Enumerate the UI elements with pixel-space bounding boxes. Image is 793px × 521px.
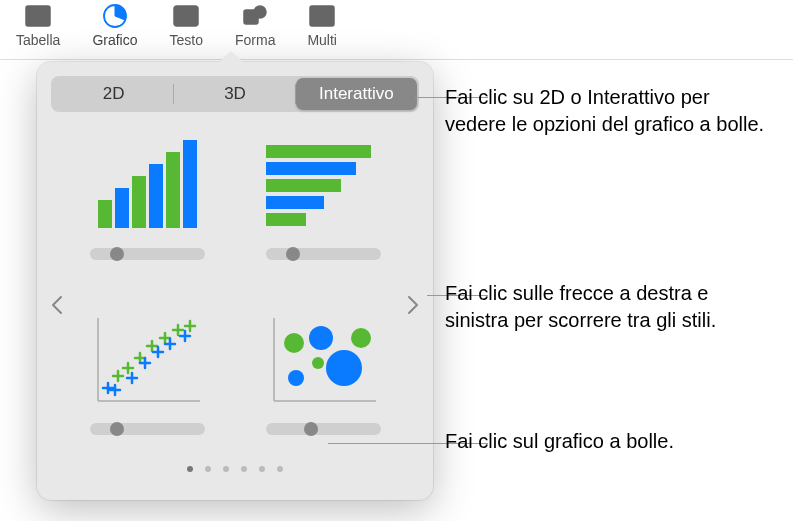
toolbar-label: Testo — [170, 32, 203, 48]
chart-styles-area — [51, 130, 419, 480]
callout-bubble: Fai clic sul grafico a bolle. — [445, 428, 674, 455]
svg-point-9 — [254, 6, 266, 18]
page-dot — [277, 466, 283, 472]
scatter-chart-icon — [82, 305, 212, 415]
segment-3d[interactable]: 3D — [174, 78, 295, 110]
toolbar-item-forma[interactable]: Forma — [219, 2, 291, 48]
chart-option-bar[interactable] — [255, 130, 391, 285]
next-style-arrow[interactable] — [401, 285, 425, 325]
callout-arrows: Fai clic sulle frecce a destra e sinistr… — [445, 280, 775, 334]
svg-rect-0 — [26, 6, 50, 26]
svg-rect-11 — [98, 200, 112, 228]
chart-slider[interactable] — [266, 423, 381, 435]
prev-style-arrow[interactable] — [45, 285, 69, 325]
page-dot — [223, 466, 229, 472]
svg-rect-12 — [115, 188, 129, 228]
svg-rect-10 — [310, 6, 334, 26]
svg-point-57 — [309, 326, 333, 350]
chart-chooser-popover: 2D 3D Interattivo — [37, 62, 433, 500]
chart-slider[interactable] — [266, 248, 381, 260]
svg-rect-19 — [266, 179, 341, 192]
slider-knob — [110, 422, 124, 436]
svg-point-58 — [326, 350, 362, 386]
slider-knob — [110, 247, 124, 261]
svg-rect-17 — [266, 145, 371, 158]
page-indicator[interactable] — [51, 466, 419, 472]
page-dot — [187, 466, 193, 472]
bar-chart-icon — [258, 130, 388, 240]
chart-style-grid — [79, 130, 391, 460]
table-icon — [24, 2, 52, 30]
page-dot — [259, 466, 265, 472]
svg-rect-20 — [266, 196, 324, 209]
chart-option-bubble[interactable] — [255, 305, 391, 460]
slider-knob — [304, 422, 318, 436]
toolbar-label: Multi — [307, 32, 337, 48]
toolbar-item-tabella[interactable]: Tabella — [0, 2, 76, 48]
svg-point-55 — [288, 370, 304, 386]
column-chart-icon — [82, 130, 212, 240]
main-toolbar: Tabella Grafico T Testo Forma Multi — [0, 0, 793, 60]
segment-label: 3D — [224, 84, 246, 104]
text-icon: T — [172, 2, 200, 30]
segment-label: Interattivo — [319, 84, 394, 104]
media-icon — [308, 2, 336, 30]
bubble-chart-icon — [258, 305, 388, 415]
toolbar-label: Forma — [235, 32, 275, 48]
slider-knob — [286, 247, 300, 261]
page-dot — [205, 466, 211, 472]
chart-option-scatter[interactable] — [79, 305, 215, 460]
chart-option-column[interactable] — [79, 130, 215, 285]
callout-segments: Fai clic su 2D o Interattivo per vedere … — [445, 84, 775, 138]
segment-interattivo[interactable]: Interattivo — [296, 78, 417, 110]
svg-rect-21 — [266, 213, 306, 226]
svg-point-56 — [312, 357, 324, 369]
svg-rect-14 — [149, 164, 163, 228]
svg-rect-18 — [266, 162, 356, 175]
chart-type-segmented-control: 2D 3D Interattivo — [51, 76, 419, 112]
svg-point-54 — [284, 333, 304, 353]
chevron-left-icon — [51, 295, 63, 315]
chart-slider[interactable] — [90, 423, 205, 435]
segment-label: 2D — [103, 84, 125, 104]
page-dot — [241, 466, 247, 472]
svg-rect-13 — [132, 176, 146, 228]
toolbar-item-grafico[interactable]: Grafico — [76, 2, 153, 48]
segment-2d[interactable]: 2D — [53, 78, 174, 110]
toolbar-label: Tabella — [16, 32, 60, 48]
toolbar-item-multimedia[interactable]: Multi — [291, 2, 337, 48]
shape-icon — [241, 2, 269, 30]
chevron-right-icon — [407, 295, 419, 315]
svg-point-59 — [351, 328, 371, 348]
toolbar-label: Grafico — [92, 32, 137, 48]
svg-text:T: T — [182, 9, 190, 24]
svg-rect-15 — [166, 152, 180, 228]
chart-slider[interactable] — [90, 248, 205, 260]
toolbar-item-testo[interactable]: T Testo — [154, 2, 219, 48]
chart-icon — [101, 2, 129, 30]
svg-rect-16 — [183, 140, 197, 228]
